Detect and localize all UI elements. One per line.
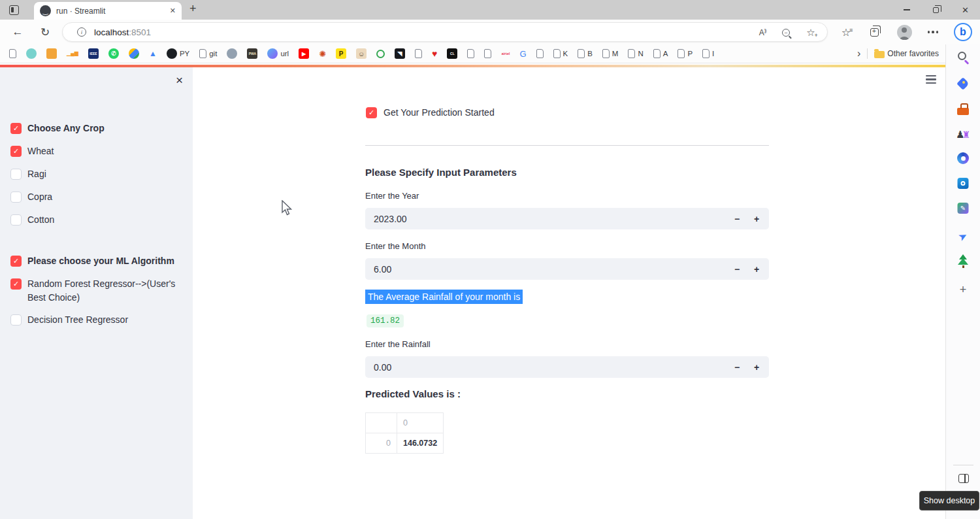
bookmark-item-22[interactable]: [467, 49, 474, 58]
profile-button[interactable]: [894, 20, 914, 44]
bookmark-item-3[interactable]: ▁▄▆: [67, 51, 78, 56]
rainfall-input[interactable]: 0.00 − +: [365, 356, 769, 378]
add-favorite-button[interactable]: ☆: [802, 23, 819, 42]
year-increment-button[interactable]: +: [747, 208, 766, 229]
bookmark-item-7[interactable]: ▲: [149, 50, 157, 58]
bookmark-item-6[interactable]: [129, 48, 139, 59]
site-info-icon[interactable]: i: [77, 27, 86, 37]
year-value[interactable]: 2023.00: [365, 214, 727, 224]
tab-actions-menu-icon[interactable]: [9, 5, 19, 15]
checkbox-wheat[interactable]: ✓Wheat: [10, 144, 183, 159]
bookmark-item-21[interactable]: CL: [447, 48, 457, 59]
bookmark-k[interactable]: K: [553, 49, 568, 58]
bookmark-item-13[interactable]: ▶: [299, 48, 309, 59]
bookmark-m[interactable]: M: [602, 49, 619, 58]
month-increment-button[interactable]: +: [747, 258, 766, 280]
bookmark-item-11[interactable]: PWA: [247, 48, 257, 59]
app-hamburger-menu[interactable]: [926, 75, 936, 86]
bookmark-item-0[interactable]: [9, 49, 16, 58]
games-icon[interactable]: ♟♜: [955, 127, 971, 142]
rainfall-increment-button[interactable]: +: [747, 356, 766, 378]
bookmark-label: git: [209, 50, 217, 58]
checkbox-decision-tree-regressor[interactable]: Decision Tree Regressor: [10, 313, 183, 327]
favorites-button[interactable]: ☆: [836, 20, 856, 44]
month-input[interactable]: 6.00 − +: [365, 258, 769, 280]
year-input[interactable]: 2023.00 − +: [365, 208, 769, 229]
checkbox-copra[interactable]: Copra: [10, 190, 183, 205]
settings-menu-button[interactable]: [923, 20, 943, 44]
prediction-start-checkbox[interactable]: ✓ Get Your Prediction Started: [366, 106, 495, 120]
new-tab-button[interactable]: +: [189, 2, 197, 16]
bookmark-url[interactable]: url: [267, 48, 289, 59]
tools-icon[interactable]: [955, 101, 971, 117]
microsoft-365-icon[interactable]: [957, 152, 969, 164]
checkbox-choose-any-crop[interactable]: ✓Choose Any Crop: [10, 122, 183, 136]
bookmark-b[interactable]: B: [578, 49, 593, 58]
zoom-out-button[interactable]: −: [777, 23, 794, 42]
bookmark-item-14[interactable]: ✺: [319, 50, 326, 58]
designer-icon[interactable]: ✎: [958, 203, 969, 214]
bookmark-py[interactable]: PY: [167, 48, 189, 59]
bookmark-item-4[interactable]: IEEE: [88, 48, 99, 59]
bookmark-item-19[interactable]: [415, 49, 422, 58]
browser-tab[interactable]: ‿ run · Streamlit ✕: [34, 2, 182, 20]
year-decrement-button[interactable]: −: [727, 208, 747, 229]
bookmark-n[interactable]: N: [628, 49, 643, 58]
checkbox-cotton[interactable]: Cotton: [10, 213, 183, 227]
url-text[interactable]: localhost:8501: [94, 27, 151, 37]
bookmark-item-24[interactable]: airtel: [501, 52, 510, 56]
maximize-button[interactable]: [921, 0, 951, 20]
split-window-icon[interactable]: [958, 474, 969, 483]
bookmark-item-16[interactable]: ☺: [356, 48, 367, 59]
bookmark-label: M: [612, 50, 619, 58]
search-icon[interactable]: [955, 50, 971, 66]
collections-button[interactable]: [864, 20, 884, 44]
bookmarks-bar: ▁▄▆IEEE✆▲PYgitPWAurl▶✺P☺◥♥CLairtelGKBMNA…: [0, 44, 945, 63]
rainfall-value[interactable]: 0.00: [365, 362, 727, 373]
checkbox-label: Copra: [27, 190, 52, 204]
shopping-icon[interactable]: [955, 76, 971, 92]
bookmark-p[interactable]: P: [678, 49, 693, 58]
bing-chat-button[interactable]: b: [953, 20, 973, 44]
bookmark-git[interactable]: git: [199, 49, 217, 58]
checkbox-please-choose-your-ml-algorithm[interactable]: ✓Please choose your ML Algorithm: [10, 254, 183, 269]
bookmark-item-17[interactable]: [376, 50, 385, 58]
month-decrement-button[interactable]: −: [727, 258, 747, 280]
bookmark-item-23[interactable]: [484, 49, 491, 58]
rainfall-decrement-button[interactable]: −: [727, 356, 747, 378]
bookmark-item-26[interactable]: [536, 49, 544, 58]
table-row: 0 146.0732: [366, 433, 444, 454]
minimize-button[interactable]: [892, 0, 921, 20]
bookmark-item-2[interactable]: [46, 48, 57, 59]
bookmark-item-18[interactable]: ◥: [395, 48, 405, 59]
refresh-button[interactable]: ↻: [34, 20, 56, 44]
bookmark-item-15[interactable]: P: [336, 48, 346, 59]
bookmark-item-20[interactable]: ♥: [432, 49, 437, 58]
month-value[interactable]: 6.00: [365, 264, 727, 275]
bookmarks-overflow-chevron-icon[interactable]: ›: [857, 48, 860, 59]
tree-icon[interactable]: [955, 254, 971, 269]
bookmark-item-5[interactable]: ✆: [108, 48, 119, 59]
sidebar-close-icon[interactable]: ×: [176, 73, 183, 88]
address-bar[interactable]: i localhost:8501 A)) − ☆: [62, 22, 828, 42]
bookmark-item-1[interactable]: [26, 48, 37, 59]
read-aloud-button[interactable]: A)): [754, 23, 771, 42]
bookmark-item-25[interactable]: G: [519, 50, 526, 58]
checkbox-ragi[interactable]: Ragi: [10, 167, 183, 182]
bookmark-i[interactable]: I: [702, 49, 714, 58]
outlook-icon[interactable]: [958, 178, 969, 189]
bookmark-a[interactable]: A: [653, 49, 668, 58]
checkbox-random-forest-regressor-user-s-best-choi[interactable]: ✓Random Forest Regressor-->(User's Best …: [10, 277, 183, 305]
bookmark-item-10[interactable]: [227, 48, 237, 59]
favicon: [167, 48, 177, 59]
add-icon[interactable]: +: [955, 282, 971, 297]
send-icon[interactable]: ➤: [955, 228, 971, 244]
tab-close-icon[interactable]: ✕: [170, 7, 176, 15]
back-button[interactable]: ←: [7, 20, 29, 44]
close-window-button[interactable]: ✕: [951, 0, 980, 20]
favicon: P: [336, 48, 346, 59]
other-favorites-button[interactable]: Other favorites: [874, 49, 939, 58]
favicon: IEEE: [88, 48, 99, 59]
read-aloud-icon: A)): [759, 28, 766, 37]
favicon: ☺: [356, 48, 367, 59]
